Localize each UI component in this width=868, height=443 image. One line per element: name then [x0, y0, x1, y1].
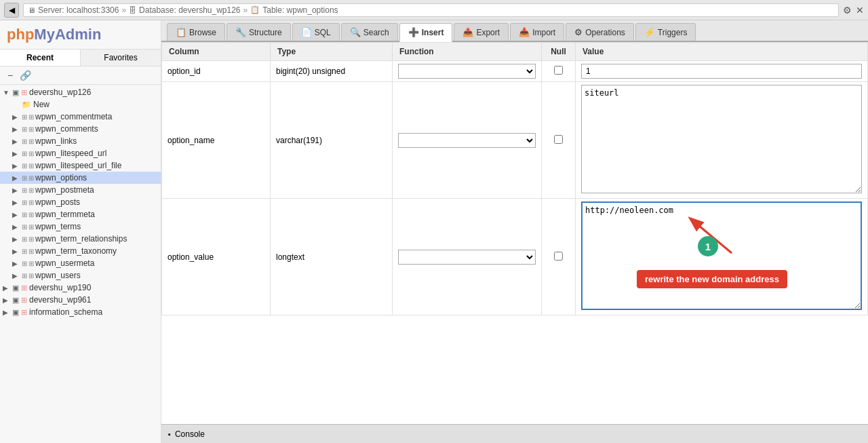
breadcrumb-sep2: »: [243, 5, 248, 15]
tree-item-new[interactable]: 📁 New: [0, 98, 161, 111]
tab-insert[interactable]: ➕ Insert: [399, 23, 453, 42]
tree-item-wpwn_links[interactable]: ▶ ⊞ ⊞ wpwn_links: [0, 135, 161, 147]
tab-search[interactable]: 🔍 Search: [341, 23, 398, 41]
console-label: Console: [175, 429, 205, 439]
expand-icon2: ⊞: [28, 211, 34, 218]
cell-null[interactable]: [542, 199, 576, 315]
value-input[interactable]: [581, 64, 862, 79]
main-layout: phpMyAdmin Recent Favorites − 🔗 ▼ ▣ ⊞ de…: [0, 20, 868, 443]
console-square-icon: ▪: [168, 430, 171, 438]
tree-label: wpwn_litespeed_url_file: [35, 161, 121, 170]
tree-item-wpwn_term_taxonomy[interactable]: ▶ ⊞ ⊞ wpwn_term_taxonomy: [0, 245, 161, 257]
tree-item-wpwn_users[interactable]: ▶ ⊞ ⊞ wpwn_users: [0, 269, 161, 282]
settings-icon[interactable]: ⚙: [843, 5, 852, 16]
expand-icon: ⊞: [22, 174, 27, 182]
collapse-button[interactable]: −: [4, 69, 16, 81]
tree-item-information_schema[interactable]: ▶ ▣ ⊞ information_schema: [0, 306, 161, 318]
tree-item-devershu_wp961[interactable]: ▶ ▣ ⊞ devershu_wp961: [0, 294, 161, 306]
cell-null[interactable]: [542, 82, 576, 199]
tree-label: wpwn_term_relationships: [35, 234, 127, 244]
tab-triggers[interactable]: ⚡ Triggers: [635, 23, 696, 41]
topbar: ◀ 🖥 Server: localhost:3306 » 🗄 Database:…: [0, 0, 868, 20]
tree-item-wpwn_usermeta[interactable]: ▶ ⊞ ⊞ wpwn_usermeta: [0, 257, 161, 269]
tree-label: wpwn_litespeed_url: [35, 149, 106, 158]
back-button[interactable]: ◀: [4, 3, 19, 18]
tree-item-wpwn_termmeta[interactable]: ▶ ⊞ ⊞ wpwn_termmeta: [0, 208, 161, 220]
tree-label: wpwn_comments: [35, 124, 98, 134]
expand-icon2: ⊞: [28, 272, 34, 280]
tree-item-wpwn_postmeta[interactable]: ▶ ⊞ ⊞ wpwn_postmeta: [0, 184, 161, 196]
expand-icon: ⊞: [22, 126, 27, 133]
refresh-icon[interactable]: ✕: [856, 5, 864, 16]
tree-item-devershu_wp126[interactable]: ▼ ▣ ⊞ devershu_wp126: [0, 86, 161, 98]
db-expand-icon: ⊞: [21, 88, 27, 97]
table-row: option_id bigint(20) unsigned: [162, 61, 868, 82]
tree-item-wpwn_litespeed_url[interactable]: ▶ ⊞ ⊞ wpwn_litespeed_url: [0, 147, 161, 159]
tab-structure-label: Structure: [249, 28, 282, 37]
tree-label: wpwn_commentmeta: [35, 112, 112, 121]
cell-value[interactable]: siteurl: [576, 82, 868, 199]
search-icon: 🔍: [350, 27, 361, 37]
tab-favorites[interactable]: Favorites: [81, 50, 161, 66]
tree-item-wpwn_options[interactable]: ▶ ⊞ ⊞ wpwn_options: [0, 172, 161, 184]
tree-item-wpwn_term_relationships[interactable]: ▶ ⊞ ⊞ wpwn_term_relationships: [0, 233, 161, 245]
expand-icon: ⊞: [22, 211, 27, 218]
header-null: Null: [542, 43, 576, 61]
expand-icon: ⊞: [22, 260, 27, 267]
cell-value[interactable]: [576, 61, 868, 82]
db4-icon: ▣: [12, 308, 19, 317]
sidebar: phpMyAdmin Recent Favorites − 🔗 ▼ ▣ ⊞ de…: [0, 20, 161, 443]
link-button[interactable]: 🔗: [19, 69, 31, 81]
tree-label: information_schema: [29, 307, 102, 317]
tab-operations[interactable]: ⚙ Operations: [566, 23, 634, 41]
breadcrumb-table: Table: wpwn_options: [262, 5, 338, 15]
tree-item-wpwn_comments[interactable]: ▶ ⊞ ⊞ wpwn_comments: [0, 123, 161, 135]
tab-import[interactable]: 📥 Import: [510, 23, 564, 41]
function-select[interactable]: [398, 250, 536, 265]
tree-item-wpwn_terms[interactable]: ▶ ⊞ ⊞ wpwn_terms: [0, 220, 161, 233]
tree-item-wpwn_litespeed_url_file[interactable]: ▶ ⊞ ⊞ wpwn_litespeed_url_file: [0, 159, 161, 172]
tree-label: wpwn_options: [35, 173, 87, 182]
tab-search-label: Search: [363, 28, 389, 37]
tree-label: wpwn_termmeta: [35, 210, 95, 219]
null-checkbox[interactable]: [554, 66, 563, 75]
null-checkbox[interactable]: [554, 135, 563, 144]
structure-icon: 🔧: [235, 27, 246, 37]
cell-function[interactable]: [393, 61, 542, 82]
tree-label: devershu_wp126: [29, 88, 91, 97]
option-name-textarea[interactable]: siteurl: [581, 85, 862, 193]
tab-sql[interactable]: 📄 SQL: [292, 23, 340, 41]
expand-icon: ⊞: [22, 272, 27, 280]
expand-icon: ⊞: [22, 235, 27, 243]
tab-recent[interactable]: Recent: [0, 50, 81, 66]
cell-value[interactable]: http://neoleen.com: [576, 199, 868, 315]
tree-item-devershu_wp190[interactable]: ▶ ▣ ⊞ devershu_wp190: [0, 282, 161, 294]
column-name: option_name: [167, 136, 214, 145]
tab-structure[interactable]: 🔧 Structure: [226, 23, 291, 41]
tree-label: devershu_wp190: [29, 283, 91, 292]
cell-function[interactable]: [393, 82, 542, 199]
breadcrumb-server: Server: localhost:3306: [38, 5, 119, 15]
tree-label: wpwn_posts: [35, 197, 80, 207]
cell-null[interactable]: [542, 61, 576, 82]
tree-label: wpwn_terms: [35, 222, 81, 231]
tree-item-wpwn_posts[interactable]: ▶ ⊞ ⊞ wpwn_posts: [0, 196, 161, 208]
logo: phpMyAdmin: [0, 20, 161, 50]
tree-label: wpwn_links: [35, 136, 77, 146]
tree-item-wpwn_commentmeta[interactable]: ▶ ⊞ ⊞ wpwn_commentmeta: [0, 111, 161, 123]
function-select[interactable]: [398, 133, 536, 148]
breadcrumb: 🖥 Server: localhost:3306 » 🗄 Database: d…: [23, 3, 839, 17]
option-value-textarea[interactable]: http://neoleen.com: [581, 201, 862, 310]
database-tree: ▼ ▣ ⊞ devershu_wp126 📁 New ▶ ⊞ ⊞ wpwn_co…: [0, 85, 161, 443]
sql-icon: 📄: [301, 27, 312, 37]
tab-export[interactable]: 📤 Export: [454, 23, 509, 41]
column-type: longtext: [276, 252, 304, 262]
header-value: Value: [576, 43, 868, 61]
null-checkbox[interactable]: [554, 252, 563, 261]
tree-label: devershu_wp961: [29, 295, 91, 305]
cell-function[interactable]: [393, 199, 542, 315]
function-select[interactable]: [398, 64, 536, 79]
tab-browse[interactable]: 📋 Browse: [167, 23, 225, 41]
folder-icon: 📁: [22, 100, 31, 109]
expand-icon: ⊞: [22, 138, 27, 145]
